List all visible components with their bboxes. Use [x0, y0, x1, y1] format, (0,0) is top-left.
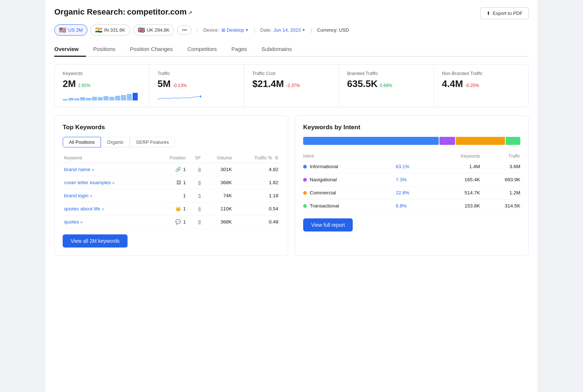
intent-pct[interactable]: 63.1% — [396, 164, 409, 169]
keywords-chart — [63, 92, 141, 100]
external-link-icon[interactable]: ↗ — [188, 10, 192, 16]
chevron-right-icon: » — [102, 207, 104, 211]
position-cell: 🖼1 — [154, 176, 187, 189]
more-regions-button[interactable]: ••• — [177, 25, 192, 35]
intent-segment — [456, 137, 505, 145]
position-type-icon: 💬 — [175, 219, 181, 225]
mini-bar — [63, 99, 68, 101]
main-nav: Overview Positions Position Changes Comp… — [54, 42, 529, 57]
table-row: brand login »1574K1.18 — [63, 189, 280, 202]
intent-keywords: 514.7K — [431, 186, 480, 199]
device-selector[interactable]: 🖥 Desktop ▼ — [221, 27, 249, 33]
region-uk-button[interactable]: 🇬🇧 UK 294.8K — [133, 24, 175, 36]
date-selector[interactable]: Jun 14, 2023 ▼ — [273, 27, 305, 33]
table-row: quotes »💬18368K0.48 — [63, 215, 280, 229]
tab-pages[interactable]: Pages — [224, 42, 254, 57]
keywords-table: Keyword Position SF Volume Traffic % ⇅ b… — [63, 153, 280, 229]
currency-display: Currency: USD — [317, 27, 349, 33]
export-button[interactable]: ⬆ Export to PDF — [480, 7, 529, 19]
volume-value: 368K — [202, 176, 233, 189]
tab-positions[interactable]: Positions — [86, 42, 123, 57]
mini-bar — [92, 97, 97, 101]
sf-value[interactable]: 8 — [198, 219, 201, 225]
us-flag: 🇺🇸 — [59, 27, 66, 33]
region-us-button[interactable]: 🇺🇸 US 2M — [54, 24, 87, 36]
tab-overview[interactable]: Overview — [54, 42, 86, 57]
mini-bar — [80, 97, 85, 100]
top-keywords-card: Top Keywords All Positions Organic SERP … — [54, 115, 288, 256]
mini-bar — [121, 95, 126, 100]
intent-row: Commercial22.8%514.7K1.2M — [303, 186, 520, 199]
table-row: brand name »🔗18301K4.82 — [63, 163, 280, 176]
sf-value[interactable]: 5 — [198, 193, 201, 198]
mini-bar — [69, 98, 74, 101]
intent-traffic: 3.6M — [480, 160, 520, 173]
intent-pct[interactable]: 7.3% — [396, 177, 407, 182]
keyword-tabs: All Positions Organic SERP Features — [63, 137, 280, 147]
table-row: cover letter examples »🖼18368K1.82 — [63, 176, 280, 189]
tab-competitors[interactable]: Competitors — [180, 42, 224, 57]
volume-value: 301K — [202, 163, 233, 176]
keyword-link[interactable]: quotes about life » — [64, 206, 153, 211]
stat-keywords: Keywords 2M 2.92% — [55, 64, 149, 107]
tab-serp-features[interactable]: SERP Features — [130, 137, 175, 147]
position-value: 1 — [183, 167, 186, 172]
device-filter: Device: 🖥 Desktop ▼ — [203, 27, 249, 33]
position-type-icon: 🖼 — [176, 180, 181, 185]
keyword-link[interactable]: brand login » — [64, 193, 153, 198]
keyword-link[interactable]: quotes » — [64, 219, 153, 225]
intent-row: Informational63.1%1.4M3.6M — [303, 160, 520, 173]
col-traffic-pct: Traffic % ⇅ — [234, 153, 280, 163]
upload-icon: ⬆ — [486, 11, 490, 16]
keyword-link[interactable]: cover letter examples » — [64, 180, 153, 185]
chevron-right-icon: » — [90, 194, 92, 198]
tab-subdomains[interactable]: Subdomains — [254, 42, 299, 57]
position-cell: 1 — [154, 189, 187, 202]
sf-value[interactable]: 6 — [198, 206, 201, 211]
intent-col-keywords: Keywords — [431, 152, 480, 160]
tab-position-changes[interactable]: Position Changes — [123, 42, 180, 57]
intent-table: Intent Keywords Traffic Informational63.… — [303, 152, 520, 213]
sf-value[interactable]: 8 — [198, 167, 201, 172]
position-type-icon: 👑 — [175, 206, 181, 211]
intent-traffic: 314.5K — [480, 199, 520, 213]
intent-traffic: 1.2M — [480, 186, 520, 199]
volume-value: 368K — [202, 215, 233, 229]
keyword-link[interactable]: brand name » — [64, 167, 153, 172]
intent-label: Navigational — [303, 177, 396, 182]
date-chevron-icon: ▼ — [302, 28, 306, 32]
position-type-icon: 🔗 — [175, 167, 181, 172]
col-volume: Volume — [202, 153, 233, 163]
intent-keywords: 153.8K — [431, 199, 480, 213]
sf-value[interactable]: 8 — [198, 180, 201, 185]
intent-label: Transactional — [303, 203, 396, 209]
volume-value: 110K — [202, 202, 233, 215]
intent-label: Commercial — [303, 190, 396, 195]
intent-row: Transactional6.8%153.8K314.5K — [303, 199, 520, 213]
col-sf: SF — [187, 153, 202, 163]
intent-pct[interactable]: 22.8% — [396, 190, 409, 195]
traffic-chart — [157, 92, 194, 100]
col-keyword: Keyword — [63, 153, 154, 163]
stats-row: Keywords 2M 2.92% Traffic 5M -0.13% T — [54, 64, 529, 107]
stat-traffic: Traffic 5M -0.13% — [149, 64, 244, 107]
intent-pct[interactable]: 6.8% — [396, 203, 407, 209]
mini-bar — [133, 93, 138, 100]
monitor-icon: 🖥 — [221, 27, 226, 33]
traffic-pct-value: 4.82 — [234, 163, 280, 176]
traffic-pct-value: 1.82 — [234, 176, 280, 189]
mini-bar — [74, 98, 79, 100]
view-all-keywords-button[interactable]: View all 2M keywords — [63, 234, 128, 248]
position-cell: 🔗1 — [154, 163, 187, 176]
tab-all-positions[interactable]: All Positions — [63, 137, 101, 147]
view-full-report-button[interactable]: View full report — [303, 218, 353, 231]
tab-organic[interactable]: Organic — [101, 137, 130, 147]
region-in-button[interactable]: 🇮🇳 IN 331.6K — [90, 24, 130, 36]
filter-bar: 🇺🇸 US 2M 🇮🇳 IN 331.6K 🇬🇧 UK 294.8K ••• |… — [54, 24, 529, 36]
intent-dot — [303, 165, 307, 169]
sort-icon[interactable]: ⇅ — [275, 155, 278, 161]
chevron-right-icon: » — [81, 220, 83, 224]
chevron-down-icon: ▼ — [245, 28, 249, 32]
page-title: Organic Research: competitor.com ↗ — [54, 7, 192, 17]
intent-dot — [303, 191, 307, 195]
